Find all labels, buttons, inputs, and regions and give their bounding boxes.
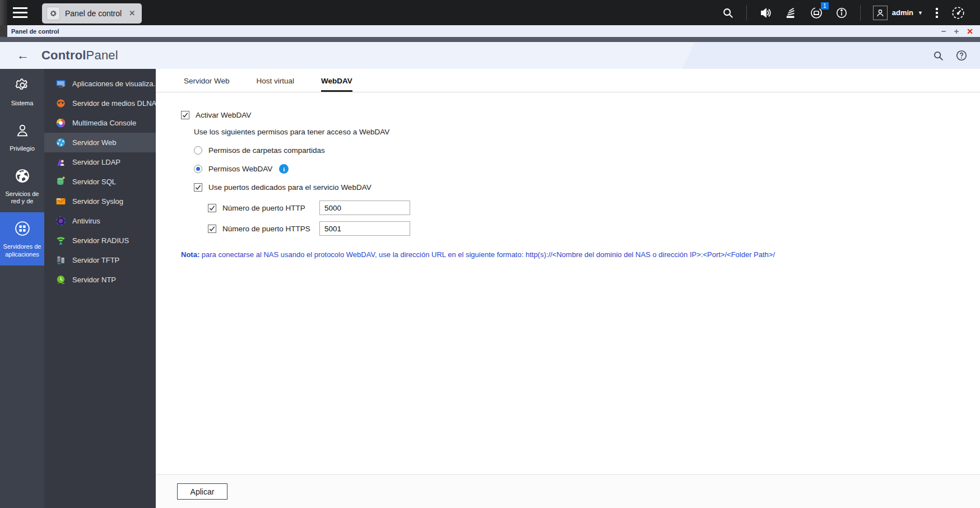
sidebar-item-label: Servicios de red y de [1,190,43,206]
sql-database-icon [55,176,66,187]
main-menu-button[interactable] [7,0,33,25]
category-sidebar: Sistema Privilegio Servicios de red y de… [0,69,44,508]
list-item-label: Servidor TFTP [72,256,119,264]
https-port-input[interactable] [319,221,410,236]
dashboard-icon[interactable] [951,6,965,20]
person-icon [14,122,31,141]
footer-bar: Aplicar [156,474,980,508]
ntp-clock-icon [55,274,66,285]
tftp-server-icon [55,255,66,265]
http-port-checkbox[interactable] [208,204,216,212]
activar-webdav-label: Activar WebDAV [196,111,251,119]
close-window-icon[interactable]: ✕ [967,27,973,35]
webdav-note: Nota: para conectarse al NAS usando el p… [181,250,980,259]
web-globe-icon [55,137,66,148]
avatar [873,6,888,20]
divider [746,5,747,21]
https-port-checkbox[interactable] [208,225,216,233]
sidebar-item-servidores-de-aplicaciones[interactable]: Servidores de aplicaciones [0,212,44,265]
more-options-icon[interactable] [935,6,939,20]
desktop-edge [0,25,7,37]
permisos-carpetas-label: Permisos de carpetas compartidas [208,146,325,155]
svg-text:LOG: LOG [57,199,60,201]
close-tab-icon[interactable]: ✕ [127,9,135,17]
permisos-carpetas-radio[interactable] [194,146,202,155]
gear-icon [14,77,31,96]
list-item-servidor-radius[interactable]: Servidor RADIUS [44,231,156,250]
permisos-webdav-label: Permisos WebDAV [208,165,272,173]
tab-webdav[interactable]: WebDAV [321,77,352,92]
list-item-servidor-ldap[interactable]: Servidor LDAP [44,152,156,172]
list-item-label: Antivirus [72,217,100,225]
sidebar-item-label: Privilegio [10,145,35,153]
tab-servidor-web[interactable]: Servidor Web [184,77,230,92]
list-item-label: Servidor de medios DLNA [72,99,156,108]
sidebar-item-label: Servidores de aplicaciones [1,243,43,259]
gear-icon [47,7,60,20]
list-item-label: Servidor SQL [72,178,116,186]
minimize-window-icon[interactable]: − [941,27,946,35]
list-item-servidor-web[interactable]: Servidor Web [44,133,156,152]
list-item-servidor-ntp[interactable]: Servidor NTP [44,270,156,290]
page-title: ControlPanel [41,48,118,63]
antivirus-icon [55,216,66,226]
window-title: Panel de control [7,28,59,35]
activar-webdav-checkbox[interactable] [181,111,189,119]
application-list: Aplicaciones de visualiza... Servidor de… [44,69,156,508]
content-panel: Servidor Web Host virtual WebDAV Activar… [156,69,980,508]
syslog-envelope-icon: LOG [55,196,66,207]
background-tasks-icon[interactable] [785,7,797,19]
open-window-tab-control-panel[interactable]: Panel de control ✕ [42,3,142,24]
webdav-form: Activar WebDAV Use los siguientes permis… [156,92,980,474]
list-item-servidor-sql[interactable]: Servidor SQL [44,172,156,192]
list-item-servidor-tftp[interactable]: Servidor TFTP [44,250,156,270]
chevron-down-icon: ▼ [918,10,923,16]
list-item-servidor-syslog[interactable]: LOG Servidor Syslog [44,192,156,211]
search-icon[interactable] [722,7,734,19]
user-menu[interactable]: admin ▼ [873,6,923,20]
dlna-swirl-icon [55,98,66,109]
list-item-aplicaciones-de-visualizacion[interactable]: Aplicaciones de visualiza... [44,74,156,94]
list-item-label: Aplicaciones de visualiza... [72,80,156,88]
back-button[interactable]: ← [17,48,29,63]
window-tab-label: Panel de control [65,9,122,18]
list-item-label: Servidor Syslog [72,197,123,206]
desktop-top-bar: Panel de control ✕ 1 admin ▼ [0,0,980,25]
list-item-multimedia-console[interactable]: Multimedia Console [44,113,156,133]
radius-icon [55,235,66,246]
list-item-label: Servidor Web [72,138,117,147]
http-port-input[interactable] [319,201,410,215]
ldap-icon [55,157,66,167]
http-port-label: Número de puerto HTTP [222,204,319,212]
info-tooltip-icon[interactable]: i [279,164,289,174]
username-label: admin [892,8,913,17]
window-top-band [0,37,980,42]
list-item-antivirus[interactable]: Antivirus [44,211,156,231]
monitor-icon [55,78,66,89]
help-icon[interactable] [955,49,968,62]
desktop-edge [0,0,7,25]
tab-host-virtual[interactable]: Host virtual [257,77,295,92]
list-item-label: Servidor NTP [72,276,116,284]
permisos-webdav-radio[interactable] [194,165,202,173]
notification-badge: 1 [821,2,829,10]
apps-circle-icon [14,220,31,239]
puertos-dedicados-checkbox[interactable] [194,183,202,192]
tab-bar: Servidor Web Host virtual WebDAV [156,69,980,92]
puertos-dedicados-label: Use puertos dedicados para el servicio W… [208,183,371,192]
window-title-bar[interactable]: Panel de control − + ✕ [0,25,980,37]
header-search-icon[interactable] [932,50,944,62]
volume-icon[interactable] [759,7,773,19]
maximize-window-icon[interactable]: + [954,27,959,35]
info-icon[interactable] [835,7,848,19]
divider [860,5,861,21]
globe-icon [14,167,31,187]
sidebar-item-privilegio[interactable]: Privilegio [0,114,44,160]
list-item-label: Servidor RADIUS [72,236,129,245]
sidebar-item-sistema[interactable]: Sistema [0,69,44,114]
external-device-icon[interactable]: 1 [810,6,823,20]
sidebar-item-servicios-de-red[interactable]: Servicios de red y de [0,160,44,213]
https-port-label: Número de puerto HTTPS [222,225,319,233]
list-item-servidor-de-medios-dlna[interactable]: Servidor de medios DLNA [44,94,156,113]
apply-button[interactable]: Aplicar [177,483,227,500]
